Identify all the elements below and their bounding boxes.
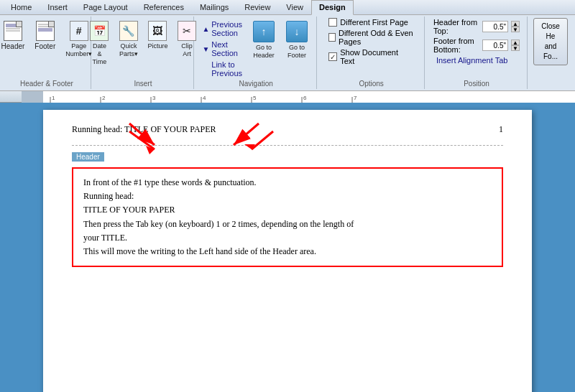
running-head-text: Running head: TITLE OF YOUR PAPER: [72, 124, 216, 135]
page-header: Running head: TITLE OF YOUR PAPER 1: [72, 124, 503, 146]
document-area: Running head: TITLE OF YOUR PAPER 1 Head…: [0, 103, 575, 392]
instruction-line-2: Running head:: [83, 190, 492, 203]
header-section: Header In front of the #1 type these wor…: [72, 151, 503, 267]
tab-view[interactable]: View: [278, 0, 311, 14]
previous-section-arrow: ▲: [202, 25, 209, 33]
page-number-text: 1: [499, 124, 503, 135]
navigation-group-label: Navigation: [239, 78, 273, 88]
svg-text:3: 3: [152, 95, 156, 101]
svg-rect-0: [43, 91, 575, 103]
close-group: Close Heand Fo...: [529, 17, 572, 89]
footer-doc-icon: [36, 21, 55, 41]
header-top-spinner[interactable]: ▲ ▼: [511, 21, 520, 32]
show-document-text-checkbox[interactable]: [328, 52, 337, 61]
tab-insert[interactable]: Insert: [40, 0, 75, 14]
instruction-line-1: In front of the #1 type these words & pu…: [83, 176, 492, 190]
svg-text:1: 1: [52, 95, 55, 101]
section-links: ▲ Previous Section ▼ Next Section ▼ Link…: [199, 18, 245, 78]
svg-text:4: 4: [203, 95, 206, 101]
position-group-label: Position: [464, 78, 489, 88]
navigation-content: ▲ Previous Section ▼ Next Section ▼ Link…: [199, 18, 313, 78]
show-document-text-option[interactable]: Show Document Text: [328, 48, 414, 65]
footer-from-bottom-input[interactable]: [482, 39, 508, 51]
position-inputs: Header from Top: ▲ ▼ Footer from Bottom:…: [431, 18, 523, 65]
header-footer-group: Header Footer # PageNumber▾ Header & Foo…: [3, 17, 91, 89]
instruction-line-3: TITLE OF YOUR PAPER: [83, 203, 492, 217]
next-section-button[interactable]: ▼ Next Section: [199, 39, 245, 58]
clip-art-icon: ✂: [178, 21, 196, 41]
tab-design[interactable]: Design: [311, 0, 354, 15]
header-footer-buttons: Header Footer # PageNumber▾: [0, 18, 96, 78]
insert-group-label: Insert: [134, 78, 152, 88]
position-group: Header from Top: ▲ ▼ Footer from Bottom:…: [426, 17, 528, 89]
footer-bottom-spinner[interactable]: ▲ ▼: [511, 39, 520, 51]
header-top-down[interactable]: ▼: [511, 27, 520, 32]
different-first-page-checkbox[interactable]: [328, 18, 337, 27]
ribbon-tab-bar: Home Insert Page Layout References Maili…: [0, 0, 575, 15]
insert-buttons: 📅 Date& Time 🔧 QuickParts▾ 🖼 Picture ✂ C…: [86, 18, 201, 78]
footer-button[interactable]: Footer: [30, 18, 60, 53]
footer-bottom-down[interactable]: ▼: [511, 45, 520, 51]
quick-parts-button[interactable]: 🔧 QuickParts▾: [115, 18, 142, 61]
next-section-arrow: ▼: [202, 45, 209, 53]
go-to-footer-button[interactable]: ↓ Go toFooter: [281, 18, 313, 62]
header-footer-group-label: Header & Footer: [20, 78, 73, 88]
tab-references[interactable]: References: [136, 0, 192, 14]
tab-page-layout[interactable]: Page Layout: [75, 0, 136, 14]
previous-section-button[interactable]: ▲ Previous Section: [199, 19, 245, 38]
go-to-header-icon: ↑: [253, 21, 275, 42]
header-label-tab[interactable]: Header: [72, 152, 104, 162]
date-time-icon: 📅: [90, 21, 109, 41]
go-to-header-button[interactable]: ↑ Go toHeader: [248, 18, 280, 62]
picture-icon: 🖼: [148, 21, 167, 41]
close-header-footer-button[interactable]: Close Heand Fo...: [533, 18, 568, 65]
ruler-inner: 1 2 3 4 5 6 7: [43, 91, 575, 103]
tab-mailings[interactable]: Mailings: [192, 0, 236, 14]
link-to-previous-button[interactable]: ▼ Link to Previous: [199, 60, 245, 78]
date-time-button[interactable]: 📅 Date& Time: [86, 18, 114, 68]
footer-from-bottom-row: Footer from Bottom: ▲ ▼: [433, 37, 520, 54]
ruler: 1 2 3 4 5 6 7: [0, 91, 575, 103]
options-group: Different First Page Different Odd & Eve…: [318, 17, 425, 89]
different-odd-even-checkbox[interactable]: [328, 33, 336, 42]
instruction-box: In front of the #1 type these words & pu…: [72, 167, 503, 267]
instruction-line-6: This will move the writing to the Left h…: [83, 245, 492, 258]
picture-button[interactable]: 🖼 Picture: [144, 18, 172, 53]
quick-parts-icon: 🔧: [119, 21, 138, 41]
document-page: Running head: TITLE OF YOUR PAPER 1 Head…: [43, 110, 532, 392]
insert-group: 📅 Date& Time 🔧 QuickParts▾ 🖼 Picture ✂ C…: [93, 17, 194, 89]
header-from-top-row: Header from Top: ▲ ▼: [433, 18, 520, 35]
svg-text:2: 2: [102, 95, 106, 101]
header-from-top-input[interactable]: [482, 21, 508, 32]
navigation-group: ▲ Previous Section ▼ Next Section ▼ Link…: [196, 17, 317, 89]
options-group-label: Options: [359, 78, 383, 88]
ruler-marks-svg: 1 2 3 4 5 6 7: [43, 91, 575, 103]
header-doc-icon: [4, 21, 22, 41]
ribbon: Home Insert Page Layout References Maili…: [0, 0, 575, 91]
svg-text:5: 5: [253, 95, 257, 101]
tab-home[interactable]: Home: [3, 0, 40, 14]
svg-text:6: 6: [303, 95, 307, 101]
close-content: Close Heand Fo...: [533, 18, 568, 65]
go-to-footer-icon: ↓: [286, 21, 308, 42]
tab-review[interactable]: Review: [236, 0, 278, 14]
header-button[interactable]: Header: [0, 18, 29, 53]
ribbon-content-area: Header Footer # PageNumber▾ Header & Foo…: [0, 15, 575, 90]
different-odd-even-option[interactable]: Different Odd & Even Pages: [328, 29, 414, 46]
instruction-line-4: Then press the Tab key (on keyboard) 1 o…: [83, 218, 492, 231]
options-checkboxes: Different First Page Different Odd & Eve…: [323, 18, 420, 65]
instruction-line-5: your TITLE.: [83, 231, 492, 245]
svg-text:7: 7: [354, 95, 357, 101]
ruler-left-margin: [22, 91, 43, 103]
nav-large-buttons: ↑ Go toHeader ↓ Go toFooter: [248, 18, 313, 62]
insert-alignment-tab-button[interactable]: Insert Alignment Tab: [433, 55, 520, 65]
different-first-page-option[interactable]: Different First Page: [328, 18, 414, 27]
